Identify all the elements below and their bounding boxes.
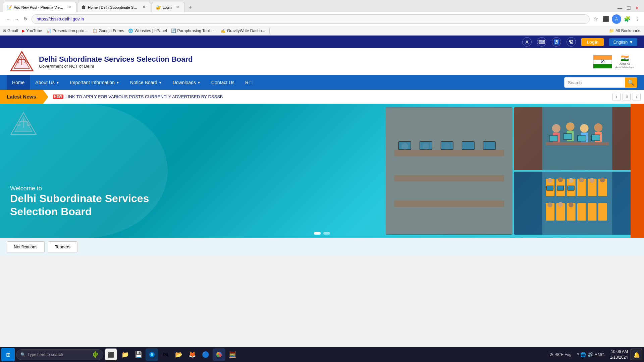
accessibility-icon-2[interactable]: ♿ — [552, 37, 561, 47]
bottom-section: Notifications Tenders — [0, 238, 644, 256]
news-prev-button[interactable]: ‹ — [612, 93, 621, 101]
svg-point-35 — [566, 122, 575, 131]
sitemap-icon[interactable]: 🏗 — [567, 37, 576, 47]
tab-notifications[interactable]: Notifications — [7, 241, 45, 252]
slide-dot-1[interactable] — [314, 232, 321, 235]
taskbar-app-firefox[interactable]: 🦊 — [186, 348, 199, 361]
tab-label-pharma: Add New Post ‹ Pharma View ... — [14, 5, 64, 9]
bookmark-label-paraphrasing: Paraphrasing Tool - ... — [177, 28, 217, 33]
websites-icon: 🌐 — [128, 28, 133, 33]
address-bar[interactable]: https://dsssb.delhi.gov.in — [32, 14, 590, 24]
taskbar-app-edge[interactable] — [146, 348, 158, 361]
taskbar-app-chrome[interactable] — [213, 348, 225, 361]
taskbar-app-folder[interactable]: 📂 — [172, 348, 185, 361]
new-tab-button[interactable]: + — [185, 3, 195, 12]
sidebar-toggle-button[interactable]: ⬛ — [602, 15, 610, 23]
extensions-button[interactable]: 🧩 — [623, 15, 631, 23]
tray-volume-icon[interactable]: 🔊 — [587, 352, 593, 357]
site-logo-area: Delhi Subordinate Services Selection Boa… — [10, 50, 193, 73]
taskbar-app-calculator[interactable]: 🧮 — [226, 348, 239, 361]
task-view-button[interactable]: ⬛ — [105, 348, 117, 361]
hero-title: Delhi Subordinate Services Selection Boa… — [10, 192, 149, 218]
taskbar-weather-area: 🌫 48°F Fog — [549, 352, 572, 357]
tab-tenders[interactable]: Tenders — [48, 241, 77, 252]
back-button[interactable]: ← — [4, 15, 12, 23]
news-next-button[interactable]: › — [633, 93, 641, 101]
refresh-button[interactable]: ↻ — [21, 15, 30, 23]
news-controls: ‹ ⏸ › — [612, 93, 644, 101]
nav-item-rti[interactable]: RTI — [240, 75, 258, 90]
language-arrow-icon: ▼ — [629, 40, 633, 45]
latest-news-label: Latest News — [0, 90, 43, 104]
nav-item-notice[interactable]: Notice Board ▼ — [125, 75, 167, 90]
svg-rect-61 — [577, 203, 586, 221]
bookmark-websites[interactable]: 🌐 Websites | hPanel — [128, 28, 167, 33]
menu-button[interactable]: ⋮ — [633, 15, 641, 23]
slide-dot-2[interactable] — [323, 232, 330, 235]
notification-button[interactable]: 🔔 — [631, 349, 643, 361]
bookmark-google-forms[interactable]: 📋 Google Forms — [92, 28, 124, 33]
nav-item-contact[interactable]: Contact Us — [206, 75, 240, 90]
tab-close-pharma[interactable]: ✕ — [67, 5, 72, 10]
svg-rect-31 — [462, 142, 474, 149]
bookmark-paraphrasing[interactable]: 🔄 Paraphrasing Tool - ... — [171, 28, 217, 33]
bookmark-gmail[interactable]: ✉ Gmail — [3, 28, 18, 33]
hero-title-line2: Selection Board — [10, 205, 92, 218]
bookmark-star-button[interactable]: ☆ — [592, 15, 600, 23]
forward-button[interactable]: → — [13, 15, 21, 23]
profile-button[interactable]: A — [612, 14, 621, 24]
maximize-button[interactable]: ☐ — [625, 4, 633, 12]
bookmark-youtube[interactable]: ▶ Add New Post ‹ Pharma View ... YouTube — [22, 28, 42, 33]
svg-rect-63 — [598, 203, 607, 221]
bookmark-label-gmail: Gmail — [7, 28, 18, 33]
taskbar-search-placeholder: Type here to search — [28, 352, 63, 357]
search-button[interactable]: 🔍 — [625, 77, 637, 87]
tab-login[interactable]: 🔐 Login ✕ — [152, 2, 185, 12]
paraphrasing-icon: 🔄 — [171, 28, 176, 33]
taskbar-app-files[interactable]: 📁 — [119, 348, 131, 361]
flag-green — [593, 64, 612, 68]
tab-close-login[interactable]: ✕ — [175, 5, 180, 10]
start-button[interactable]: ⊞ — [1, 348, 15, 361]
login-button[interactable]: Login — [581, 38, 604, 46]
tab-delhi[interactable]: 🏛 Home | Delhi Subordinate Serv... ✕ — [77, 2, 151, 12]
taskbar-apps: 📁 💾 ✉ 📂 🦊 🔵 🧮 — [119, 348, 239, 361]
time-display: 10:06 AM — [610, 349, 628, 355]
taskbar-app-store[interactable]: 💾 — [132, 348, 145, 361]
site-logo-svg — [10, 50, 34, 73]
taskbar-app-teamviewer[interactable]: 🔵 — [199, 348, 212, 361]
svg-point-34 — [552, 124, 560, 132]
tab-pharma-view[interactable]: 📝 Add New Post ‹ Pharma View ... ✕ — [3, 2, 76, 12]
taskbar-clock[interactable]: 10:06 AM 1/13/2024 — [610, 349, 628, 360]
tab-close-delhi[interactable]: ✕ — [142, 5, 147, 10]
notice-dropdown-icon: ▼ — [159, 81, 162, 84]
close-window-button[interactable]: ✕ — [633, 4, 641, 12]
bookmarks-divider — [269, 28, 270, 34]
svg-rect-76 — [557, 186, 564, 190]
minimize-button[interactable]: — — [616, 4, 624, 12]
site-top-bar: A ⌨ ♿ 🏗 Login English ▼ — [0, 36, 644, 48]
news-pause-button[interactable]: ⏸ — [623, 93, 631, 101]
tab-favicon-login: 🔐 — [156, 5, 161, 10]
hero-title-line1: Delhi Subordinate Services — [10, 192, 149, 204]
language-button[interactable]: English ▼ — [609, 38, 637, 46]
bookmark-gravitywrite[interactable]: ✍ GravityWrite Dashb... — [221, 28, 265, 33]
keyboard-icon[interactable]: ⌨ — [537, 37, 546, 47]
taskbar-search[interactable]: 🔍 Type here to search 🌵 — [16, 349, 103, 360]
tray-up-arrow[interactable]: ^ — [577, 352, 579, 357]
tray-network-icon[interactable]: 🌐 — [580, 352, 586, 357]
nav-item-important[interactable]: Important Information ▼ — [65, 75, 125, 90]
svg-rect-29 — [420, 142, 432, 149]
svg-rect-30 — [441, 142, 453, 149]
nav-item-about[interactable]: About Us ▼ — [30, 75, 65, 90]
nav-item-downloads[interactable]: Downloads ▼ — [167, 75, 206, 90]
search-input[interactable] — [565, 77, 625, 87]
taskbar-app-mail[interactable]: ✉ — [159, 348, 172, 361]
all-bookmarks[interactable]: 📁 All Bookmarks — [609, 28, 641, 33]
svg-point-71 — [558, 202, 563, 207]
youtube-icon: ▶ — [22, 28, 25, 33]
accessibility-icon-1[interactable]: A — [522, 37, 532, 47]
bookmark-label-gravitywrite: GravityWrite Dashb... — [227, 28, 265, 33]
nav-item-home[interactable]: Home — [7, 75, 30, 90]
bookmark-presentation[interactable]: 📊 Presentation.pptx ... — [46, 28, 89, 33]
